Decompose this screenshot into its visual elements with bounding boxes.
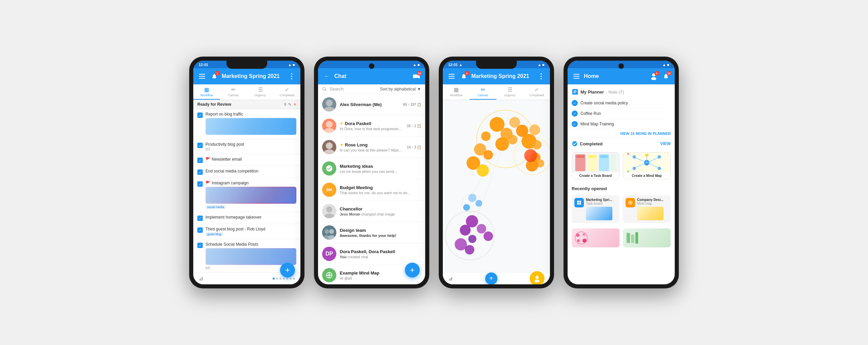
create-task-board-label: Create a Task Board: [572, 172, 619, 179]
task-checkbox[interactable]: [197, 216, 203, 221]
recent-item-3[interactable]: [572, 228, 619, 247]
canvas-node-orange[interactable]: [532, 140, 541, 149]
notification-icon-1[interactable]: 1: [210, 72, 219, 81]
chat-item[interactable]: BM Budget Meeting That works for me, do …: [318, 179, 425, 201]
svg-point-44: [535, 279, 540, 282]
svg-line-74: [647, 163, 659, 168]
filter-icon-3[interactable]: ⊿: [448, 275, 453, 282]
menu-icon-4[interactable]: [572, 72, 581, 81]
canvas-node-blue[interactable]: [468, 194, 476, 202]
recent-info-2: Company Desi... Mind map: [637, 198, 664, 220]
chat-item[interactable]: ★ Rose Long hi can you look at this plea…: [318, 137, 425, 158]
svg-point-96: [577, 239, 580, 242]
recent-item-4[interactable]: [623, 228, 671, 247]
planner-item[interactable]: Create social media policy: [572, 98, 671, 108]
planner-item[interactable]: Coffee Run: [572, 108, 671, 119]
task-item[interactable]: 🚩 Newsletter email: [193, 154, 300, 166]
recently-opened-section: Recently opened Marketing Spri... Task b…: [568, 186, 675, 253]
recent-item-1[interactable]: Marketing Spri... Task board: [572, 195, 619, 223]
task-item[interactable]: End social media competition: [193, 166, 300, 178]
completed-view-link[interactable]: VIEW: [660, 141, 671, 146]
task-checkbox[interactable]: [197, 143, 203, 148]
task-checkbox[interactable]: [197, 158, 203, 163]
chat-item[interactable]: DP Dora Paskell, Dora Paskell You create…: [318, 243, 425, 265]
chat-item[interactable]: Marketing ideas Let me know when you can…: [318, 158, 425, 179]
fab-1[interactable]: +: [280, 263, 295, 278]
canvas-node-purple[interactable]: [484, 231, 493, 241]
task-item[interactable]: Productivity blog post 0/3: [193, 139, 300, 154]
unread-dot: [334, 161, 336, 164]
canvas-node-orange[interactable]: [495, 137, 509, 151]
canvas-node-purple[interactable]: [460, 225, 471, 236]
menu-icon-3[interactable]: [447, 72, 456, 81]
chat-item[interactable]: Chancellor Jess Moran changed chat image: [318, 201, 425, 222]
canvas-node-purple[interactable]: [465, 245, 474, 255]
svg-point-35: [540, 78, 542, 79]
tab-canvas[interactable]: ✏ Canvas: [220, 84, 247, 100]
canvas-node-blue[interactable]: [463, 204, 470, 211]
task-item[interactable]: 🚩 Instagram campaign social media: [193, 178, 300, 212]
chat-title: Chat: [334, 73, 409, 79]
menu-icon[interactable]: [197, 72, 207, 81]
search-input[interactable]: Search: [330, 86, 377, 92]
task-checkbox[interactable]: [197, 227, 203, 233]
status-icons-4: ▲ ■: [662, 63, 669, 67]
close-icon-1[interactable]: ✕: [293, 102, 296, 107]
chat-item[interactable]: ★ Dora Paskell Hi Dora, how is that task…: [318, 115, 425, 137]
task-checkbox[interactable]: [197, 113, 203, 118]
view-more-planner[interactable]: VIEW 15 MORE IN PLANNER: [572, 129, 671, 138]
tab-bar-3: ▦ Workflow ✏ Canvas ☰ Urgency ✓ Complete…: [443, 84, 550, 100]
task-item[interactable]: Report on blog traffic: [193, 109, 300, 139]
notification-icon-3[interactable]: 1: [459, 72, 469, 81]
canvas-node-purple[interactable]: [477, 224, 486, 234]
task-tag: social media: [205, 205, 226, 209]
notification-icon-4[interactable]: 19: [661, 72, 671, 81]
filter-icon[interactable]: ⊿: [199, 275, 203, 282]
recent-type-1: Task board: [586, 202, 612, 205]
back-icon[interactable]: ←: [322, 72, 332, 81]
task-item[interactable]: Implement homepage takeover: [193, 212, 300, 224]
task-item[interactable]: Third guest blog post - Rob Lloyd guest …: [193, 224, 300, 239]
canvas-node-purple[interactable]: [468, 235, 476, 243]
canvas-area[interactable]: [443, 100, 550, 284]
profile-avatar[interactable]: [530, 271, 545, 285]
fab-2[interactable]: +: [405, 263, 420, 278]
canvas-node-blue[interactable]: [475, 200, 482, 207]
canvas-node-featured[interactable]: [524, 149, 537, 162]
tab-completed-3[interactable]: ✓ Completed: [523, 84, 550, 100]
more-icon-1[interactable]: [287, 72, 296, 81]
avatar-icon[interactable]: 1: [649, 72, 658, 81]
more-icon-3[interactable]: [536, 72, 546, 81]
canvas-node-orange[interactable]: [508, 135, 517, 144]
tab-canvas-3[interactable]: ✏ Canvas: [470, 84, 496, 100]
tab-workflow[interactable]: ▦ Workflow: [193, 84, 220, 100]
video-icon[interactable]: 19: [412, 72, 421, 81]
task-checkbox[interactable]: [197, 169, 203, 175]
planner-item[interactable]: Mind Map Training: [572, 119, 671, 129]
svg-line-68: [635, 158, 647, 163]
recent-item-2[interactable]: Company Desi... Mind map: [623, 195, 671, 223]
tab-urgency-3[interactable]: ☰ Urgency: [496, 84, 523, 100]
chat-item[interactable]: Alex Silverman (Me) 60 ↑ 197 📋: [318, 94, 425, 115]
task-checkbox[interactable]: [197, 181, 203, 187]
tab-workflow-3[interactable]: ▦ Workflow: [443, 84, 470, 100]
dot-5: [286, 278, 288, 280]
svg-rect-60: [588, 155, 596, 158]
tab-urgency[interactable]: ☰ Urgency: [247, 84, 274, 100]
chat-item[interactable]: Design team Awesome, thanks for your hel…: [318, 222, 425, 243]
notch-4: [618, 63, 624, 69]
canvas-node-orange[interactable]: [481, 131, 491, 141]
tab-completed[interactable]: ✓ Completed: [274, 84, 300, 100]
sort-button[interactable]: Sort by alphabetical ▼: [380, 87, 421, 92]
create-mind-map-card[interactable]: Create a Mind Map: [623, 152, 671, 179]
canvas-node-orange[interactable]: [477, 164, 489, 177]
canvas-node-orange[interactable]: [484, 150, 493, 160]
edit-icon[interactable]: ✎: [288, 102, 291, 107]
task-checkbox[interactable]: [197, 243, 203, 248]
recent-thumb-1: [586, 207, 612, 220]
task-content: Third guest blog post - Rob Lloyd guest …: [205, 227, 296, 236]
canvas-node-orange[interactable]: [529, 124, 540, 135]
create-task-board-card[interactable]: Create a Task Board: [572, 152, 619, 179]
fab-3[interactable]: +: [485, 272, 497, 285]
chat-preview: You created chat: [340, 255, 421, 259]
